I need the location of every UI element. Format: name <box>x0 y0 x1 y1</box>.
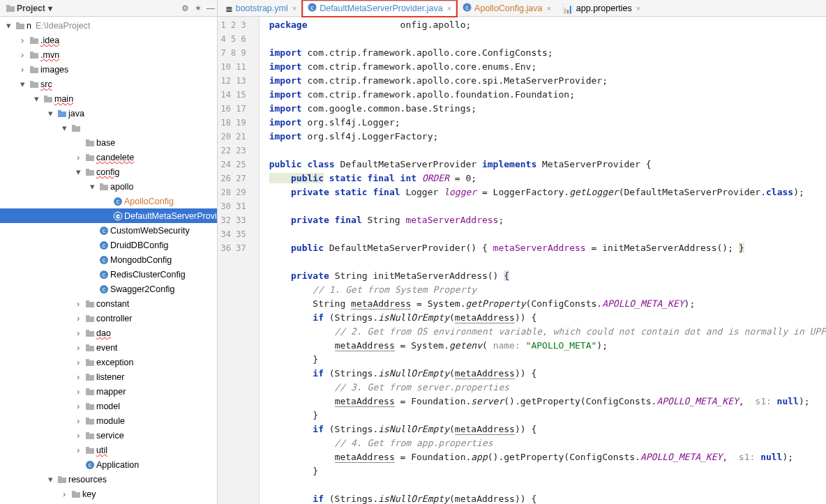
code-area[interactable]: package onfig.apollo; import com.ctrip.f… <box>260 17 826 504</box>
tree-redis[interactable]: cRedisClusterConfig <box>0 267 217 282</box>
svg-rect-58 <box>86 434 94 439</box>
svg-rect-42 <box>86 316 94 322</box>
tree-druid[interactable]: cDruidDBConfig <box>0 238 217 252</box>
svg-rect-67 <box>72 491 75 493</box>
tree-key[interactable]: ›key <box>0 487 217 501</box>
svg-rect-50 <box>86 375 94 381</box>
svg-text:c: c <box>117 198 120 205</box>
tree-swagger[interactable]: cSwagger2Config <box>0 282 217 296</box>
tree-constant[interactable]: ›constant <box>0 296 217 311</box>
svg-rect-3 <box>16 22 20 24</box>
svg-rect-40 <box>86 302 94 307</box>
svg-rect-47 <box>86 344 89 346</box>
svg-rect-43 <box>86 315 89 317</box>
editor-panel: ≣bootstrap.yml× cDefaultMetaServerProvid… <box>218 0 826 504</box>
svg-rect-57 <box>86 418 89 420</box>
svg-rect-45 <box>86 330 89 332</box>
project-tree[interactable]: ▾nE:\IdeaProject ›.idea ›.mvn ›images ▾s… <box>0 17 217 504</box>
tab-apolloconfig[interactable]: cApolloConfig.java× <box>458 1 556 16</box>
class-icon: c <box>463 3 472 14</box>
svg-rect-21 <box>86 154 89 156</box>
close-icon[interactable]: × <box>545 4 550 13</box>
svg-rect-4 <box>30 38 38 44</box>
svg-rect-18 <box>86 141 94 146</box>
tree-mapper[interactable]: ›mapper <box>0 384 217 399</box>
svg-text:c: c <box>117 213 120 220</box>
svg-text:c: c <box>89 461 92 468</box>
svg-rect-56 <box>86 419 94 425</box>
svg-rect-66 <box>72 492 80 498</box>
svg-rect-1 <box>6 5 10 7</box>
tree-base[interactable]: base <box>0 135 217 150</box>
tree-apolloconfig[interactable]: cApolloConfig <box>0 194 217 208</box>
tab-defaultmeta[interactable]: cDefaultMetaServerProvider.java× <box>303 1 456 16</box>
tree-event[interactable]: ›event <box>0 340 217 355</box>
minimize-icon[interactable]: — <box>204 2 217 15</box>
sidebar-header: Project ▾ ⚙ ✶ — <box>0 0 217 17</box>
svg-text:c: c <box>103 257 106 264</box>
svg-rect-61 <box>86 447 89 449</box>
svg-text:c: c <box>310 4 314 11</box>
tree-service[interactable]: ›service <box>0 428 217 443</box>
svg-rect-16 <box>72 126 80 132</box>
tree-listener[interactable]: ›listener <box>0 369 217 384</box>
tree-application[interactable]: cApplication <box>0 457 217 472</box>
close-icon[interactable]: × <box>446 4 451 13</box>
tree-pkg[interactable]: ▾ <box>0 121 217 135</box>
tree-util[interactable]: ›util <box>0 443 217 457</box>
close-icon[interactable]: × <box>635 4 640 13</box>
gear-icon[interactable]: ✶ <box>192 2 204 15</box>
svg-rect-44 <box>86 331 94 337</box>
tree-idea[interactable]: ›.idea <box>0 33 217 47</box>
tree-exception[interactable]: ›exception <box>0 355 217 369</box>
svg-rect-20 <box>86 155 94 161</box>
svg-text:c: c <box>103 242 106 249</box>
tree-dao[interactable]: ›dao <box>0 326 217 340</box>
tree-src[interactable]: ▾src <box>0 77 217 91</box>
svg-rect-22 <box>86 170 94 176</box>
svg-rect-64 <box>58 478 66 483</box>
tree-controller[interactable]: ›controller <box>0 311 217 326</box>
tree-config[interactable]: ▾config <box>0 165 217 179</box>
svg-rect-60 <box>86 448 94 454</box>
svg-rect-15 <box>58 110 61 112</box>
svg-rect-13 <box>44 96 47 98</box>
svg-rect-54 <box>86 404 94 410</box>
settings-slider-icon[interactable]: ⚙ <box>179 2 192 15</box>
tree-apollo[interactable]: ▾apollo <box>0 179 217 194</box>
svg-rect-53 <box>86 388 89 390</box>
svg-text:c: c <box>103 271 106 278</box>
tree-customweb[interactable]: cCustomWebSecurity <box>0 223 217 238</box>
tab-appprops[interactable]: 📊app.properties× <box>557 1 645 16</box>
tree-mongo[interactable]: cMongodbConfig <box>0 252 217 267</box>
tree-mvn[interactable]: ›.mvn <box>0 47 217 62</box>
project-dropdown[interactable]: Project ▾ <box>17 3 52 13</box>
tree-defaultmeta[interactable]: cDefaultMetaServerProvi <box>0 208 217 223</box>
svg-rect-12 <box>44 97 52 102</box>
tree-module[interactable]: ›module <box>0 413 217 428</box>
tree-root[interactable]: ▾nE:\IdeaProject <box>0 18 217 33</box>
svg-text:c: c <box>465 4 469 11</box>
svg-rect-17 <box>72 125 75 127</box>
close-icon[interactable]: × <box>291 4 296 13</box>
svg-rect-51 <box>86 374 89 376</box>
svg-rect-46 <box>86 346 94 351</box>
tab-bootstrap[interactable]: ≣bootstrap.yml× <box>220 1 301 16</box>
tree-model[interactable]: ›model <box>0 399 217 413</box>
svg-rect-8 <box>30 68 38 73</box>
svg-rect-6 <box>30 53 38 59</box>
class-icon: c <box>308 3 317 14</box>
svg-rect-0 <box>6 6 15 12</box>
editor-tabs: ≣bootstrap.yml× cDefaultMetaServerProvid… <box>218 0 826 17</box>
svg-rect-49 <box>86 359 89 361</box>
svg-rect-7 <box>30 52 33 54</box>
tree-resources[interactable]: ▾resources <box>0 472 217 487</box>
svg-rect-14 <box>58 112 66 117</box>
svg-rect-23 <box>86 169 89 171</box>
tree-main[interactable]: ▾main <box>0 91 217 106</box>
svg-rect-48 <box>86 360 94 366</box>
tree-candelete[interactable]: ›candelete <box>0 150 217 165</box>
tree-images[interactable]: ›images <box>0 62 217 77</box>
tree-java[interactable]: ▾java <box>0 106 217 121</box>
svg-rect-10 <box>30 82 38 88</box>
